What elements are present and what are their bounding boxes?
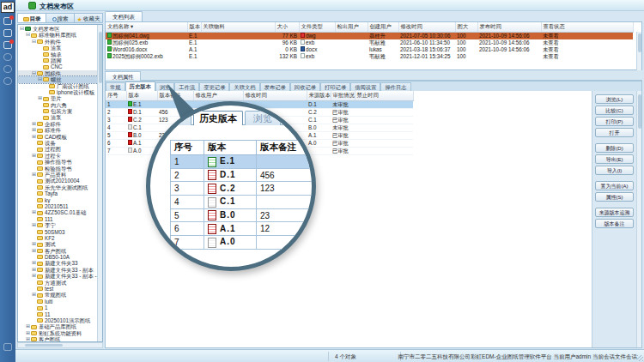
- scrollbar-thumb[interactable]: [99, 32, 102, 83]
- tree-item[interactable]: Tayfa: [18, 190, 98, 196]
- tree-item[interactable]: 轴承: [18, 51, 98, 57]
- tree-item[interactable]: 踏脚: [18, 57, 98, 63]
- tree-item[interactable]: ⊞标准件: [18, 127, 98, 133]
- tree-vertical-scrollbar[interactable]: [97, 25, 102, 341]
- tree-item[interactable]: 内六角: [18, 102, 98, 108]
- document-row[interactable]: 国标例025.exb E.1 96 KB exb 韦献雅 2021-06-10 …: [106, 39, 633, 46]
- history-action-button[interactable]: 浏览(L): [595, 94, 634, 104]
- document-row[interactable]: 2025国标例0002.exb E.1 132 KB exb 韦献雅 2021-…: [106, 53, 633, 60]
- tree-item[interactable]: ⊟文档发布区: [18, 26, 98, 32]
- tab-document-list[interactable]: 文档列表: [105, 11, 143, 21]
- col-modify-time[interactable]: 修改时间: [243, 91, 307, 100]
- history-action-button[interactable]: 属性(S): [595, 192, 634, 202]
- col-modify-time[interactable]: 修改时间: [398, 22, 455, 32]
- sidebar-tab[interactable]: 目录: [17, 13, 46, 23]
- sidebar-tab[interactable]: ★收藏夹: [74, 13, 103, 23]
- tree-item[interactable]: 11: [18, 311, 98, 317]
- tree-item[interactable]: 20210511: [18, 203, 98, 209]
- history-action-button[interactable]: 比较(C): [595, 106, 634, 115]
- col-index[interactable]: 序号: [106, 91, 126, 100]
- tree-item[interactable]: ⊞客户图纸: [18, 248, 98, 254]
- history-action-button[interactable]: 打开: [595, 128, 634, 137]
- tree-item[interactable]: 广南设计图纸: [18, 83, 98, 89]
- col-publish-time[interactable]: 发布时间: [477, 22, 541, 32]
- col-checkout-user[interactable]: 检出用户: [335, 22, 368, 32]
- tree-item[interactable]: 50SM03: [18, 229, 98, 235]
- document-row[interactable]: 国标例041.dwg E.1 77 KB dwg 聂桂升 2021-07-05 …: [106, 32, 633, 39]
- col-forbid-time[interactable]: 禁止时间: [355, 91, 413, 100]
- history-action-button[interactable]: 打印(P): [595, 117, 634, 126]
- tree-item[interactable]: ⊟国标件: [18, 70, 98, 76]
- graph-icon[interactable]: [3, 41, 12, 49]
- col-version[interactable]: 版本: [126, 91, 157, 100]
- tree-item[interactable]: 油泵: [18, 45, 98, 51]
- col-approval-status[interactable]: 审批情况: [331, 91, 355, 100]
- history-vertical-scrollbar[interactable]: [636, 91, 641, 347]
- tree-item[interactable]: ⊞新建文件夹33: [18, 260, 98, 266]
- tree-item[interactable]: ⊞常规图纸: [18, 292, 98, 298]
- tree-item[interactable]: KF2: [18, 235, 98, 241]
- col-size2[interactable]: 图大: [455, 22, 477, 32]
- col-source-version[interactable]: 来源版本: [307, 91, 331, 100]
- col-view-status[interactable]: 查看状态: [541, 22, 633, 32]
- gear-icon[interactable]: [3, 77, 12, 85]
- col-create-user[interactable]: 创建用户: [368, 22, 398, 32]
- sync-icon[interactable]: [3, 53, 12, 61]
- history-action-button[interactable]: 来源版本追溯: [595, 208, 634, 217]
- tree-item[interactable]: test: [18, 286, 98, 292]
- tree-item[interactable]: 方通测试: [18, 280, 98, 286]
- tree-item[interactable]: 包装方案: [18, 108, 98, 114]
- col-filetype[interactable]: 文件类型: [299, 22, 335, 32]
- col-material[interactable]: 关联物料: [201, 22, 275, 32]
- tree-item[interactable]: 操作指导书: [18, 159, 98, 165]
- magnified-tab-history[interactable]: 历史版本: [193, 111, 243, 125]
- tree-item[interactable]: ⊞李宁: [18, 222, 98, 228]
- tree-item[interactable]: ⊞基础产品库图纸: [18, 323, 98, 329]
- chat-icon[interactable]: [3, 17, 12, 25]
- tree-item[interactable]: 111: [18, 216, 98, 222]
- tree-item[interactable]: luiti: [18, 299, 98, 305]
- tree-item[interactable]: 1: [18, 305, 98, 311]
- history-action-button[interactable]: 删除(D): [595, 143, 634, 153]
- tree-horizontal-scrollbar[interactable]: [17, 342, 103, 348]
- folder-icon[interactable]: [3, 29, 12, 37]
- tree-item[interactable]: ⊞企标件: [18, 121, 98, 127]
- col-doc-name[interactable]: 文档名称 ▾: [106, 22, 187, 32]
- tree-item[interactable]: ⊞客户图纸: [18, 336, 98, 342]
- scrollbar-thumb[interactable]: [638, 94, 641, 129]
- resize-grip[interactable]: [637, 355, 643, 361]
- tree-item[interactable]: 20250101演示图纸: [18, 317, 98, 323]
- history-action-button[interactable]: 导入(I): [595, 166, 634, 175]
- col-version[interactable]: 版本: [187, 22, 201, 32]
- sidebar-tab[interactable]: 搜索: [46, 13, 74, 23]
- tree-item[interactable]: ⊟外购件: [18, 39, 98, 45]
- tree-item[interactable]: ⊞测试: [18, 241, 98, 247]
- tree-item[interactable]: 检验指导书: [18, 166, 98, 172]
- scrollbar-thumb[interactable]: [25, 344, 63, 347]
- tree-item[interactable]: CNC: [18, 63, 98, 69]
- tree-item[interactable]: ⊞新建文件夹33 - 副本: [18, 267, 98, 273]
- tree-item[interactable]: ⊞垫片: [18, 95, 98, 101]
- tree-item[interactable]: ⊟标准物料库图纸: [18, 32, 98, 38]
- col-size[interactable]: 大小: [275, 22, 299, 32]
- tree-item[interactable]: 过程图: [18, 146, 98, 152]
- bottom-tool-icon[interactable]: [3, 343, 12, 351]
- tree-item[interactable]: ⊞过程卡: [18, 153, 98, 159]
- tree-item[interactable]: DB50-10A: [18, 254, 98, 260]
- history-action-button[interactable]: 置为当前(A): [595, 181, 634, 190]
- history-action-button[interactable]: 导出(E): [595, 154, 634, 164]
- tree-item[interactable]: ⊟螺丝: [18, 76, 98, 82]
- tree-item[interactable]: ky: [18, 197, 98, 203]
- tab-document-properties[interactable]: 文档属性: [105, 71, 141, 81]
- tree-item[interactable]: 乐先华火测试图纸: [18, 184, 98, 190]
- history-action-button[interactable]: 版本备注: [595, 219, 634, 228]
- tree-item[interactable]: 油泵: [18, 114, 98, 120]
- filelist-vertical-scrollbar[interactable]: [636, 32, 641, 70]
- scrollbar-thumb[interactable]: [638, 33, 641, 52]
- tree-item[interactable]: 设备: [18, 140, 98, 146]
- document-row[interactable]: Word016.docx A.1 0 KB docx lukas 2021-03…: [106, 46, 633, 53]
- tree-item[interactable]: ⊞产品资料: [18, 172, 98, 178]
- tree-item[interactable]: ⊞CAD模板: [18, 134, 98, 140]
- tree-item[interactable]: iphone设计模板: [18, 89, 98, 95]
- tree-item[interactable]: 测试20210004: [18, 178, 98, 184]
